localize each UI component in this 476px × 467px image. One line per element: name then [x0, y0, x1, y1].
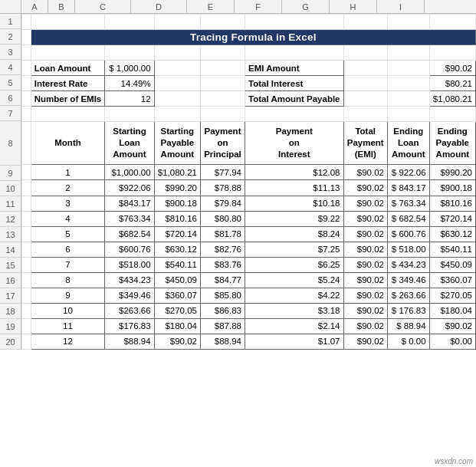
table-row: 3$843.17$900.18$79.84$10.18$90.02$ 763.3… — [22, 196, 476, 211]
cell-month: 10 — [31, 303, 105, 318]
content-table: Tracing Formula in Excel Loan Amount $ 1… — [21, 14, 476, 350]
hdr-starting-loan: StartingLoanAmount — [105, 122, 154, 165]
cell-ending-loan: $ 518.00 — [387, 242, 429, 257]
cell-total-payment: $90.02 — [343, 226, 387, 242]
cell-ending-loan: $ 349.46 — [387, 272, 429, 288]
cell-total-payment: $90.02 — [343, 196, 387, 211]
cell-ending-loan: $ 843.17 — [387, 180, 429, 196]
cell-payment-interest: $4.22 — [245, 288, 344, 303]
interest-rate-value: 14.49% — [105, 76, 154, 91]
row-num-11: 11 — [0, 196, 21, 212]
row-7 — [22, 107, 476, 122]
row-num-15: 15 — [0, 258, 21, 273]
cell-payment-interest: $12.08 — [245, 165, 344, 180]
loan-amount-label: Loan Amount — [31, 61, 105, 76]
col-label-e: E — [187, 0, 235, 13]
row-num-8: 8 — [0, 121, 21, 166]
table-row: 5$682.54$720.14$81.78$8.24$90.02$ 600.76… — [22, 226, 476, 242]
cell-start-payable: $270.05 — [154, 303, 200, 318]
row-num-19: 19 — [0, 319, 21, 334]
cell-total-payment: $90.02 — [343, 272, 387, 288]
cell-payment-principal: $86.83 — [200, 303, 245, 318]
col-label-d: D — [131, 0, 187, 13]
cell-month: 4 — [31, 211, 105, 226]
cell-month: 2 — [31, 180, 105, 196]
num-emis-label: Number of EMIs — [31, 91, 105, 107]
cell-start-loan: $88.94 — [105, 334, 154, 349]
cell-start-payable: $720.14 — [154, 226, 200, 242]
cell-start-payable: $90.02 — [154, 334, 200, 349]
row-3 — [22, 45, 476, 61]
cell-ending-payable: $450.09 — [429, 257, 475, 272]
cell-payment-interest: $2.14 — [245, 318, 344, 334]
cell-start-payable: $450.09 — [154, 272, 200, 288]
col-label-a: A — [21, 0, 48, 13]
total-payable-label: Total Amount Payable — [245, 91, 344, 107]
table-row: 6$600.76$630.12$82.76$7.25$90.02$ 518.00… — [22, 242, 476, 257]
hdr-starting-payable: StartingPayableAmount — [154, 122, 200, 165]
hdr-month: Month — [31, 122, 105, 165]
cell-start-payable: $180.04 — [154, 318, 200, 334]
col-label-b: B — [48, 0, 75, 13]
cell-ending-loan: $ 0.00 — [387, 334, 429, 349]
cell-ending-loan: $ 176.83 — [387, 303, 429, 318]
row-4: Loan Amount $ 1,000.00 EMI Amount $90.02 — [22, 61, 476, 76]
cell-payment-principal: $85.80 — [200, 288, 245, 303]
cell-ending-loan: $ 88.94 — [387, 318, 429, 334]
table-row: 1$1,000.00$1,080.21$77.94$12.08$90.02$ 9… — [22, 165, 476, 180]
cell-start-payable: $360.07 — [154, 288, 200, 303]
table-row: 2$922.06$990.20$78.88$11.13$90.02$ 843.1… — [22, 180, 476, 196]
table-row: 7$518.00$540.11$83.76$6.25$90.02$ 434.23… — [22, 257, 476, 272]
cell-start-payable: $540.11 — [154, 257, 200, 272]
row-num-7: 7 — [0, 106, 21, 121]
cell-total-payment: $90.02 — [343, 211, 387, 226]
row-num-col: 1234567891011121314151617181920 — [0, 14, 21, 350]
cell-start-payable: $1,080.21 — [154, 165, 200, 180]
cell-payment-principal: $88.94 — [200, 334, 245, 349]
row-num-18: 18 — [0, 304, 21, 319]
cell-payment-principal: $82.76 — [200, 242, 245, 257]
cell-start-loan: $434.23 — [105, 272, 154, 288]
row-num-1: 1 — [0, 14, 21, 29]
cell-ending-loan: $ 682.54 — [387, 211, 429, 226]
cell-ending-payable: $0.00 — [429, 334, 475, 349]
row-num-14: 14 — [0, 242, 21, 258]
cell-payment-interest: $6.25 — [245, 257, 344, 272]
loan-amount-value: $ 1,000.00 — [105, 61, 154, 76]
row-num-10: 10 — [0, 181, 21, 196]
main-area: 1234567891011121314151617181920 — [0, 14, 476, 350]
interest-rate-label: Interest Rate — [31, 76, 105, 91]
row-num-9: 9 — [0, 166, 21, 181]
row-num-16: 16 — [0, 273, 21, 288]
col-label-bar: A B C D E F G H I — [0, 0, 476, 14]
row-num-6: 6 — [0, 90, 21, 106]
cell-payment-interest: $7.25 — [245, 242, 344, 257]
cell-ending-payable: $990.20 — [429, 165, 475, 180]
cell-payment-principal: $84.77 — [200, 272, 245, 288]
cell-payment-interest: $11.13 — [245, 180, 344, 196]
col-label-g: G — [282, 0, 330, 13]
cell-start-loan: $922.06 — [105, 180, 154, 196]
cell-month: 3 — [31, 196, 105, 211]
table-header-row: Month StartingLoanAmount StartingPayable… — [22, 122, 476, 165]
row-num-12: 12 — [0, 212, 21, 227]
cell-start-payable: $990.20 — [154, 180, 200, 196]
cell-total-payment: $90.02 — [343, 257, 387, 272]
table-row: 8$434.23$450.09$84.77$5.24$90.02$ 349.46… — [22, 272, 476, 288]
cell-start-loan: $349.46 — [105, 288, 154, 303]
col-label-i: I — [377, 0, 425, 13]
cell-payment-interest: $8.24 — [245, 226, 344, 242]
cell-payment-principal: $83.76 — [200, 257, 245, 272]
cell-start-loan: $763.34 — [105, 211, 154, 226]
cell-month: 8 — [31, 272, 105, 288]
row-6: Number of EMIs 12 Total Amount Payable $… — [22, 91, 476, 107]
hdr-payment-principal: PaymentonPrincipal — [200, 122, 245, 165]
table-row: 4$763.34$810.16$80.80$9.22$90.02$ 682.54… — [22, 211, 476, 226]
cell-month: 12 — [31, 334, 105, 349]
hdr-ending-payable: EndingPayableAmount — [429, 122, 475, 165]
cell-start-loan: $682.54 — [105, 226, 154, 242]
row-num-2: 2 — [0, 29, 21, 44]
cell-month: 1 — [31, 165, 105, 180]
cell-start-loan: $600.76 — [105, 242, 154, 257]
cell-total-payment: $90.02 — [343, 318, 387, 334]
